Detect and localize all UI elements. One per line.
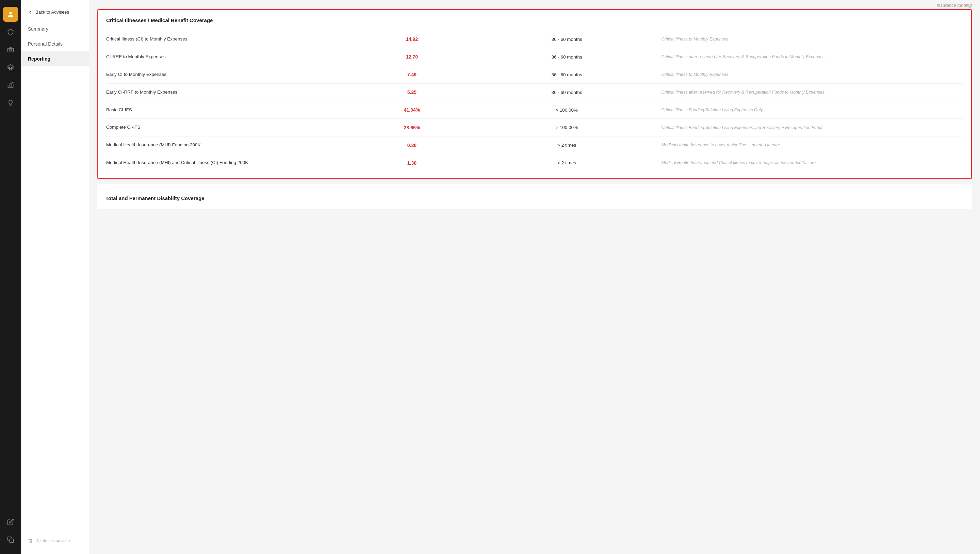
table-row: Early CI to Monthly Expenses 7.49 36 - 6… [106,66,963,84]
nav-item-summary-label: Summary [28,26,48,32]
back-link-label: Back to Advisees [35,10,69,14]
svg-point-0 [9,12,11,14]
nav-item-personal-details[interactable]: Personal Details [21,37,89,51]
row-desc-2: Critical Illness to Monthly Expenses [662,72,963,78]
svg-point-1 [10,49,12,51]
table-row: Early CI-RRF to Monthly Expenses 5.25 36… [106,84,963,102]
row-desc-3: Critical Illness after reserved for Reco… [662,89,963,96]
row-range-4: > 100.00% [476,108,657,113]
nav-item-reporting[interactable]: Reporting [21,51,89,66]
row-range-7: > 2 times [476,160,657,166]
row-desc-4: Critical Illness Funding Solution Living… [662,107,963,113]
row-value-7: 1.30 [352,160,472,166]
sidebar [0,0,21,554]
row-desc-6: Medical Health Insurance to cover major … [662,142,963,148]
row-name-3: Early CI-RRF to Monthly Expenses [106,89,347,96]
sidebar-icon-bulb[interactable] [3,95,18,110]
nav-item-personal-details-label: Personal Details [28,41,63,47]
coverage-card: Critical Illnesses / Medical Benefit Cov… [97,9,972,179]
row-range-0: 36 - 60 months [476,37,657,42]
row-range-2: 36 - 60 months [476,72,657,77]
row-range-5: > 100.00% [476,125,657,130]
svg-rect-7 [10,539,14,543]
row-name-7: Medical Health Insurance (MHI) and Criti… [106,159,347,166]
bottom-section-title: Total and Permanent Disability Coverage [105,190,964,204]
row-name-2: Early CI to Monthly Expenses [106,72,347,78]
svg-rect-6 [12,83,13,88]
table-row: Basic CI-IFS 41.04% > 100.00% Critical I… [106,102,963,119]
row-name-1: CI-RRF to Monthly Expenses [106,54,347,60]
row-range-6: > 2 times [476,143,657,148]
row-value-1: 12.70 [352,54,472,60]
sidebar-icon-layers[interactable] [3,60,18,75]
row-name-0: Critical Illness (CI) to Monthly Expense… [106,36,347,43]
row-value-2: 7.49 [352,72,472,77]
svg-rect-5 [10,83,11,88]
row-value-6: 0.30 [352,143,472,148]
sidebar-icon-person[interactable] [3,7,18,22]
row-name-4: Basic CI-IFS [106,107,347,113]
table-row: Complete CI-IFS 38.66% > 100.00% Critica… [106,119,963,137]
nav-panel: Back to Advisees Summary Personal Detail… [21,0,89,554]
top-hint: insurance funding [97,0,972,9]
svg-rect-4 [8,85,9,88]
nav-item-reporting-label: Reporting [28,56,50,62]
sidebar-icon-shield[interactable] [3,24,18,40]
row-value-0: 14.92 [352,37,472,42]
delete-advisee-label: Delete this advisee [35,538,70,543]
row-desc-5: Critical Illness Funding Solution Living… [662,124,963,131]
row-desc-0: Critical Illness to Monthly Expenses [662,36,963,43]
main-content: insurance funding Critical Illnesses / M… [89,0,980,554]
row-range-1: 36 - 60 months [476,54,657,60]
row-desc-1: Critical Illness after reserved for Reco… [662,54,963,60]
row-value-4: 41.04% [352,107,472,113]
sidebar-icon-copy[interactable] [3,532,18,547]
row-name-6: Medical Health Insurance (MHI) Funding 2… [106,142,347,148]
table-row: Medical Health Insurance (MHI) Funding 2… [106,137,963,154]
row-desc-7: Medical Health Insurance and Critical Il… [662,159,963,166]
table-row: Medical Health Insurance (MHI) and Criti… [106,154,963,172]
row-value-5: 38.66% [352,125,472,131]
nav-item-summary[interactable]: Summary [21,21,89,37]
row-value-3: 5.25 [352,89,472,95]
sidebar-icon-chart[interactable] [3,78,18,92]
delete-advisee-btn[interactable]: Delete this advisee [21,533,89,549]
table-row: CI-RRF to Monthly Expenses 12.70 36 - 60… [106,48,963,66]
row-name-5: Complete CI-IFS [106,124,347,131]
back-to-advisees-link[interactable]: Back to Advisees [21,5,89,19]
sidebar-icon-camera[interactable] [3,42,18,57]
row-range-3: 36 - 60 months [476,90,657,95]
sidebar-icon-edit[interactable] [3,514,18,530]
table-row: Critical Illness (CI) to Monthly Expense… [106,30,963,48]
card-title: Critical Illnesses / Medical Benefit Cov… [106,17,963,24]
